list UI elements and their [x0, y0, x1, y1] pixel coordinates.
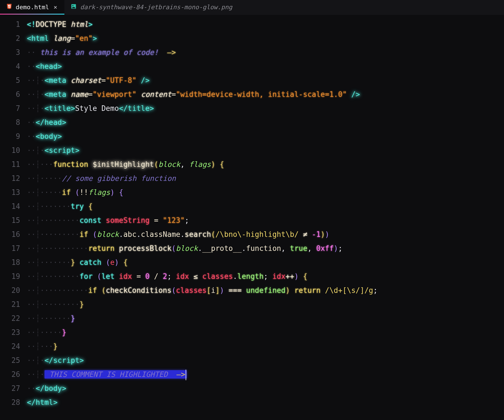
- line-number: 17: [0, 241, 27, 255]
- editor: 1234567891011121314151617181920212223242…: [0, 15, 504, 420]
- code-line[interactable]: ··┆···········if (checkConditions(classe…: [27, 283, 504, 297]
- svg-point-1: [73, 5, 74, 6]
- code-line[interactable]: ··┆·····// some gibberish function: [27, 171, 504, 185]
- code-line[interactable]: <!DOCTYPE html>: [27, 17, 504, 31]
- code-line[interactable]: ··┆·····}: [27, 325, 504, 339]
- line-number: 11: [0, 157, 27, 171]
- code-line[interactable]: ··┆·······} catch (e) {: [27, 255, 504, 269]
- line-number: 7: [0, 101, 27, 115]
- code-line[interactable]: ··┆·····if (!!flags) {: [27, 185, 504, 199]
- line-number: 9: [0, 129, 27, 143]
- line-number: 26: [0, 367, 27, 381]
- line-number: 13: [0, 185, 27, 199]
- close-icon[interactable]: ×: [52, 4, 58, 10]
- code-line[interactable]: ··┆·········const someString = "123";: [27, 213, 504, 227]
- line-number: 6: [0, 87, 27, 101]
- tab-label: demo.html: [16, 4, 49, 11]
- code-line[interactable]: ··┆· THIS COMMENT IS HIGHLIGHTED —>: [27, 367, 504, 381]
- code-line[interactable]: ··┆·<meta charset="UTF-8" />: [27, 73, 504, 87]
- line-number: 15: [0, 213, 27, 227]
- line-number: 20: [0, 283, 27, 297]
- code-line[interactable]: ··┆···········return processBlock(block.…: [27, 241, 504, 255]
- html5-icon: [6, 3, 12, 11]
- line-number: 22: [0, 311, 27, 325]
- code-line[interactable]: ··┆·······}: [27, 311, 504, 325]
- line-number: 2: [0, 31, 27, 45]
- code-line[interactable]: ··┆·</script>: [27, 353, 504, 367]
- line-number: 25: [0, 353, 27, 367]
- code-line[interactable]: ··<head>: [27, 59, 504, 73]
- code-line[interactable]: ··┆·<meta name="viewport" content="width…: [27, 87, 504, 101]
- line-number: 5: [0, 73, 27, 87]
- code-line[interactable]: ··┆·········}: [27, 297, 504, 311]
- code-line[interactable]: ··<body>: [27, 129, 504, 143]
- tabbar: demo.html × dark-synthwave-84-jetbrains-…: [0, 0, 504, 15]
- line-number: 16: [0, 227, 27, 241]
- line-number: 28: [0, 395, 27, 409]
- code-line[interactable]: ··</body>: [27, 381, 504, 395]
- code-line[interactable]: ··┆·········if (block.abc.className.sear…: [27, 227, 504, 241]
- code-line[interactable]: ·· this is an example of code! —>: [27, 45, 504, 59]
- line-number: 12: [0, 171, 27, 185]
- code-line[interactable]: ··┆···function $initHighlight(block, fla…: [27, 157, 504, 171]
- code-line[interactable]: ··┆·<title>Style Demo</title>: [27, 101, 504, 115]
- line-number: 14: [0, 199, 27, 213]
- tab-demo-html[interactable]: demo.html ×: [0, 0, 64, 14]
- line-number: 8: [0, 115, 27, 129]
- line-number: 1: [0, 17, 27, 31]
- line-number: 19: [0, 269, 27, 283]
- code-line[interactable]: ··</head>: [27, 115, 504, 129]
- vertical-scrollbar[interactable]: [500, 15, 504, 420]
- code-line[interactable]: <html lang="en">: [27, 31, 504, 45]
- code-line[interactable]: </html>: [27, 395, 504, 409]
- code-line[interactable]: ··┆·········for (let idx = 0 / 2; idx ≤ …: [27, 269, 504, 283]
- line-number: 23: [0, 325, 27, 339]
- tab-label: dark-synthwave-84-jetbrains-mono-glow.pn…: [80, 4, 232, 11]
- line-number-gutter: 1234567891011121314151617181920212223242…: [0, 15, 27, 420]
- code-line[interactable]: ··┆···}: [27, 339, 504, 353]
- code-line[interactable]: ··┆·······try {: [27, 199, 504, 213]
- line-number: 21: [0, 297, 27, 311]
- line-number: 4: [0, 59, 27, 73]
- tab-png[interactable]: dark-synthwave-84-jetbrains-mono-glow.pn…: [64, 0, 238, 14]
- line-number: 10: [0, 143, 27, 157]
- code-line[interactable]: ··┆·<script>: [27, 143, 504, 157]
- line-number: 3: [0, 45, 27, 59]
- line-number: 24: [0, 339, 27, 353]
- code-area[interactable]: <!DOCTYPE html><html lang="en">·· this i…: [27, 15, 504, 420]
- image-file-icon: [71, 3, 77, 11]
- line-number: 18: [0, 255, 27, 269]
- line-number: 27: [0, 381, 27, 395]
